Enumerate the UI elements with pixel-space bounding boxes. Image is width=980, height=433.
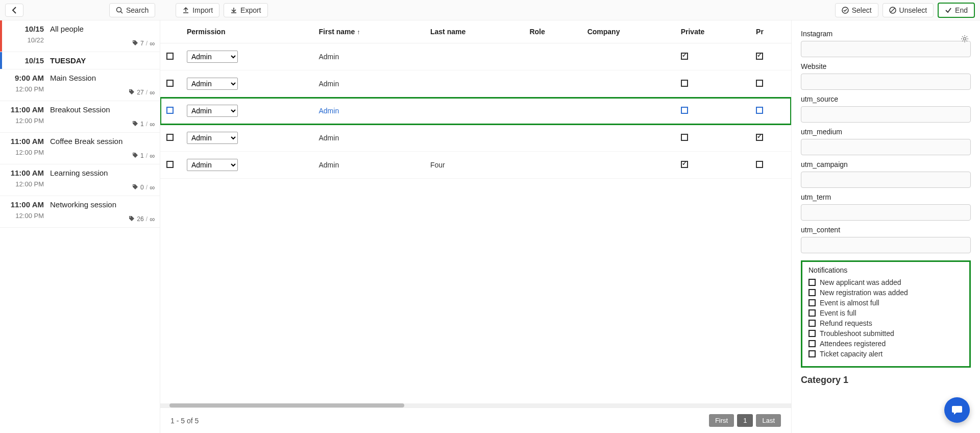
permission-select[interactable]: Admin [187,51,238,63]
pr2-checkbox[interactable] [756,134,763,141]
category-1-title: Category 1 [801,375,971,386]
search-label: Search [126,6,149,14]
sidebar-session-0[interactable]: 10/1510/22All people7/∞ [0,20,160,52]
notification-item[interactable]: New applicant was added [808,278,963,286]
row-checkbox[interactable] [166,161,174,168]
session-meta: 26/∞ [50,215,155,223]
sidebar-session-2[interactable]: 9:00 AM12:00 PMMain Session27/∞ [0,69,160,101]
notification-checkbox[interactable] [808,330,816,337]
row-checkbox[interactable] [166,134,174,141]
cell-company [581,125,675,152]
session-capacity: ∞ [150,39,155,47]
session-end: 12:00 PM [4,212,44,220]
pager-first[interactable]: First [709,414,734,427]
th-role[interactable]: Role [523,20,581,43]
cell-lastname [424,125,523,152]
notifications-title: Notifications [808,266,963,274]
field-input-instagram[interactable] [801,41,971,57]
private-checkbox[interactable] [681,53,688,60]
session-count: 1 [140,121,144,128]
unselect-button[interactable]: Unselect [883,3,934,17]
table-row[interactable]: AdminAdmin [160,43,791,70]
field-input-utm-medium[interactable] [801,139,971,155]
field-input-utm-content[interactable] [801,237,971,253]
notification-item[interactable]: Ticket capacity alert [808,350,963,358]
people-table: Permission First name↑ Last name Role Co… [160,20,791,179]
pr2-checkbox[interactable] [756,53,763,60]
sidebar-session-6[interactable]: 11:00 AM12:00 PMNetworking session26/∞ [0,196,160,228]
horizontal-scrollbar[interactable] [160,403,791,407]
search-button[interactable]: Search [109,3,155,17]
svg-point-10 [130,216,131,218]
table-row[interactable]: AdminAdmin [160,98,791,125]
table-row[interactable]: AdminAdmin [160,70,791,98]
notification-checkbox[interactable] [808,289,816,296]
sidebar-session-3[interactable]: 11:00 AM12:00 PMBreakout Session1/∞ [0,101,160,133]
sidebar-session-4[interactable]: 11:00 AM12:00 PMCoffee Break session1/∞ [0,133,160,164]
field-label-utm-campaign: utm_campaign [801,160,971,169]
pr2-checkbox[interactable] [756,107,763,114]
row-checkbox[interactable] [166,107,174,114]
export-label: Export [240,6,261,14]
cell-company [581,43,675,70]
field-input-utm-term[interactable] [801,204,971,221]
export-button[interactable]: Export [224,3,267,17]
pager-page-1[interactable]: 1 [737,414,753,427]
th-lastname[interactable]: Last name [424,20,523,43]
private-checkbox[interactable] [681,107,688,114]
notification-label: Troubleshoot submitted [820,329,894,338]
back-button[interactable] [5,4,23,17]
notification-item[interactable]: Refund requests [808,319,963,327]
field-input-website[interactable] [801,74,971,90]
cell-role [523,125,581,152]
permission-select[interactable]: Admin [187,78,238,90]
row-checkbox[interactable] [166,53,174,60]
permission-select[interactable]: Admin [187,132,238,144]
private-checkbox[interactable] [681,134,688,141]
cell-lastname [424,98,523,125]
notification-checkbox[interactable] [808,309,816,317]
th-pr2[interactable]: Pr [750,20,791,43]
import-button[interactable]: Import [176,3,219,17]
th-company[interactable]: Company [581,20,675,43]
notification-item[interactable]: Event is full [808,309,963,317]
session-start: 9:00 AM [4,74,44,82]
notification-item[interactable]: Attendees registered [808,340,963,348]
notification-checkbox[interactable] [808,340,816,347]
session-times: 11:00 AM12:00 PM [4,137,50,160]
table-row[interactable]: AdminAdminFour [160,152,791,179]
th-permission[interactable]: Permission [181,20,313,43]
table-wrap[interactable]: Permission First name↑ Last name Role Co… [160,20,791,403]
select-button[interactable]: Select [835,3,878,17]
notification-item[interactable]: New registration was added [808,288,963,297]
private-checkbox[interactable] [681,161,688,168]
sidebar-session-1[interactable]: 10/15TUESDAY [0,52,160,69]
pr2-checkbox[interactable] [756,161,763,168]
sidebar-session-5[interactable]: 11:00 AM12:00 PMLearning session0/∞ [0,164,160,196]
notification-checkbox[interactable] [808,279,816,286]
notification-checkbox[interactable] [808,299,816,306]
private-checkbox[interactable] [681,80,688,87]
th-private[interactable]: Private [675,20,750,43]
notification-item[interactable]: Event is almost full [808,299,963,307]
notification-checkbox[interactable] [808,350,816,357]
table-row[interactable]: AdminAdmin [160,125,791,152]
end-button[interactable]: End [938,3,975,18]
session-meta: 0/∞ [50,183,155,191]
permission-select[interactable]: Admin [187,159,238,171]
cell-firstname: Admin [313,125,425,152]
pager-last[interactable]: Last [756,414,781,427]
row-checkbox[interactable] [166,80,174,87]
notification-item[interactable]: Troubleshoot submitted [808,329,963,338]
sidebar: 10/1510/22All people7/∞10/15TUESDAY9:00 … [0,20,160,433]
gear-icon[interactable] [961,35,969,44]
field-input-utm-campaign[interactable] [801,172,971,188]
notification-checkbox[interactable] [808,320,816,327]
pr2-checkbox[interactable] [756,80,763,87]
permission-select[interactable]: Admin [187,105,238,117]
th-firstname[interactable]: First name↑ [313,20,425,43]
cell-firstname: Admin [313,43,425,70]
chat-fab[interactable] [944,397,970,423]
field-input-utm-source[interactable] [801,106,971,123]
cell-role [523,70,581,98]
